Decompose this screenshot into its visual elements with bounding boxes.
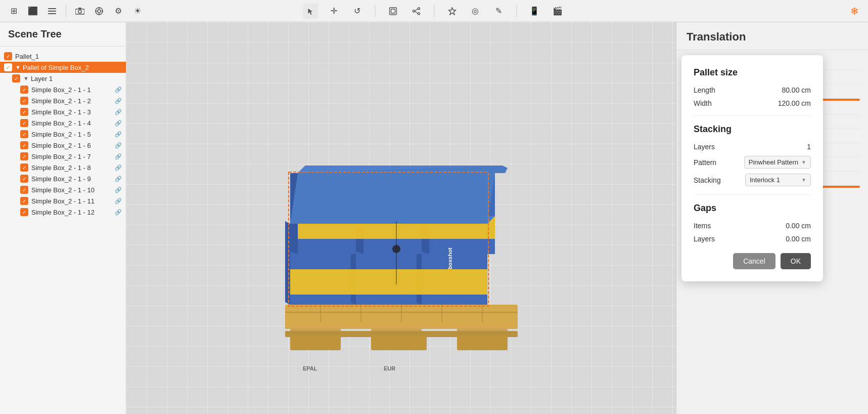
tree-item-pallet-box2[interactable]: ✓ ▼ Pallet of Simple Box_2 xyxy=(0,62,126,73)
svg-rect-12 xyxy=(389,8,396,15)
tree-content: ✓ Pallet_1 ✓ ▼ Pallet of Simple Box_2 ✓ … xyxy=(0,47,126,414)
checkbox-box6[interactable]: ✓ xyxy=(20,141,28,149)
svg-point-14 xyxy=(413,10,415,12)
link-icon-box2: 🔗 xyxy=(115,98,122,104)
menu-icon[interactable] xyxy=(44,4,60,19)
camera-icon[interactable] xyxy=(72,4,87,19)
checkbox-box5[interactable]: ✓ xyxy=(20,130,28,138)
ok-button[interactable]: OK xyxy=(781,253,811,269)
viewport[interactable]: EPAL EUR xyxy=(126,22,676,414)
box-group xyxy=(285,165,508,306)
length-label: Length xyxy=(694,86,715,94)
compass-tool[interactable]: ◎ xyxy=(468,4,483,19)
svg-text:boxshot: boxshot xyxy=(447,247,453,269)
physics-tool[interactable] xyxy=(444,4,460,19)
checkbox-box10[interactable]: ✓ xyxy=(20,186,28,194)
link-icon-box5: 🔗 xyxy=(115,131,122,138)
width-label: Width xyxy=(694,99,712,107)
checkbox-box7[interactable]: ✓ xyxy=(20,152,28,160)
width-row: Width 120.00 cm xyxy=(694,99,811,107)
corner-icon[interactable]: ❄ xyxy=(847,4,862,19)
pallet-box2-label: Pallet of Simple Box_2 xyxy=(23,64,122,71)
expand-arrow-pallet-box2: ▼ xyxy=(15,64,21,70)
grid-icon[interactable]: ⊞ xyxy=(6,4,21,19)
checkbox-box8[interactable]: ✓ xyxy=(20,163,28,172)
settings-icon[interactable]: ⚙ xyxy=(111,4,126,19)
tree-item-box8[interactable]: ✓ Simple Box_2 - 1 - 8 🔗 xyxy=(0,162,126,173)
box9-label: Simple Box_2 - 1 - 9 xyxy=(31,175,113,183)
tree-item-box2[interactable]: ✓ Simple Box_2 - 1 - 2 🔗 xyxy=(0,95,126,106)
brush-tool[interactable]: ✎ xyxy=(491,4,506,19)
toolbar-center: ✛ ↺ ◎ ✎ 📱 🎬 xyxy=(303,4,565,19)
tree-item-box7[interactable]: ✓ Simple Box_2 - 1 - 7 🔗 xyxy=(0,151,126,162)
layers-gap-label: Layers xyxy=(694,235,715,243)
checkbox-layer1[interactable]: ✓ xyxy=(12,74,20,82)
cancel-button[interactable]: Cancel xyxy=(733,253,775,269)
stacking-label: Stacking xyxy=(694,176,721,184)
target-icon[interactable] xyxy=(92,4,107,19)
svg-rect-34 xyxy=(290,335,341,350)
pattern-row: Pattern Pinwheel Pattern ▼ xyxy=(694,156,811,169)
tree-item-box6[interactable]: ✓ Simple Box_2 - 1 - 6 🔗 xyxy=(0,140,126,151)
toolbar-separator-4 xyxy=(516,5,517,17)
layers-row: Layers 1 xyxy=(694,143,811,151)
clapboard-tool[interactable]: 🎬 xyxy=(550,4,565,19)
toolbar-separator-2 xyxy=(375,5,375,17)
pattern-select[interactable]: Pinwheel Pattern ▼ xyxy=(744,156,811,169)
nodes-tool[interactable] xyxy=(408,4,424,19)
tree-item-box11[interactable]: ✓ Simple Box_2 - 1 - 11 🔗 xyxy=(0,195,126,206)
link-icon-box9: 🔗 xyxy=(115,176,122,182)
svg-line-18 xyxy=(415,11,418,14)
checkbox-box12[interactable]: ✓ xyxy=(20,208,28,216)
box11-label: Simple Box_2 - 1 - 11 xyxy=(31,197,113,205)
checkbox-pallet-box2[interactable]: ✓ xyxy=(4,63,12,71)
tree-item-box4[interactable]: ✓ Simple Box_2 - 1 - 4 🔗 xyxy=(0,117,126,129)
link-icon-box8: 🔗 xyxy=(115,164,122,171)
length-value: 80.00 cm xyxy=(782,86,811,94)
checkbox-box1[interactable]: ✓ xyxy=(20,86,28,94)
checkbox-box2[interactable]: ✓ xyxy=(20,97,28,105)
svg-rect-5 xyxy=(78,8,81,9)
svg-rect-0 xyxy=(48,8,56,9)
pallet-size-title: Pallet size xyxy=(694,67,811,78)
scene-tree-title: Scene Tree xyxy=(0,22,126,47)
checkbox-box3[interactable]: ✓ xyxy=(20,108,28,116)
svg-point-15 xyxy=(418,8,420,10)
checkbox-box11[interactable]: ✓ xyxy=(20,197,28,205)
render-tool[interactable] xyxy=(385,4,400,19)
svg-text:EPAL: EPAL xyxy=(303,365,317,371)
phone-tool[interactable]: 📱 xyxy=(527,4,542,19)
tree-item-box12[interactable]: ✓ Simple Box_2 - 1 - 12 🔗 xyxy=(0,206,126,218)
checkbox-box9[interactable]: ✓ xyxy=(20,175,28,183)
tree-item-box9[interactable]: ✓ Simple Box_2 - 1 - 9 🔗 xyxy=(0,173,126,184)
undo-tool[interactable]: ↺ xyxy=(349,4,364,19)
tree-item-pallet1[interactable]: ✓ Pallet_1 xyxy=(0,51,126,62)
link-icon-box4: 🔗 xyxy=(115,120,122,127)
checkbox-pallet1[interactable]: ✓ xyxy=(4,52,12,60)
link-icon-box7: 🔗 xyxy=(115,153,122,160)
length-row: Length 80.00 cm xyxy=(694,86,811,94)
layer1-label: Layer 1 xyxy=(31,75,122,82)
svg-point-7 xyxy=(98,10,101,13)
boxes-icon[interactable]: ⬛ xyxy=(25,4,40,19)
tree-item-box1[interactable]: ✓ Simple Box_2 - 1 - 1 🔗 xyxy=(0,84,126,95)
move-tool[interactable]: ✛ xyxy=(326,4,341,19)
svg-rect-2 xyxy=(48,13,56,14)
box10-label: Simple Box_2 - 1 - 10 xyxy=(31,186,113,194)
tree-item-box5[interactable]: ✓ Simple Box_2 - 1 - 5 🔗 xyxy=(0,129,126,140)
checkbox-box4[interactable]: ✓ xyxy=(20,119,28,127)
tree-item-box3[interactable]: ✓ Simple Box_2 - 1 - 3 🔗 xyxy=(0,106,126,117)
link-icon-box12: 🔗 xyxy=(115,209,122,216)
select-tool[interactable] xyxy=(303,4,318,19)
tree-item-box10[interactable]: ✓ Simple Box_2 - 1 - 10 🔗 xyxy=(0,184,126,195)
svg-point-4 xyxy=(78,10,81,13)
svg-rect-56 xyxy=(422,269,487,295)
box5-label: Simple Box_2 - 1 - 5 xyxy=(31,131,113,138)
tree-item-layer1[interactable]: ✓ ▼ Layer 1 xyxy=(0,73,126,84)
pattern-label: Pattern xyxy=(694,158,716,167)
items-gap-value: 0.00 cm xyxy=(786,222,811,230)
sun-icon[interactable]: ☀ xyxy=(130,4,145,19)
box2-label: Simple Box_2 - 1 - 2 xyxy=(31,97,113,105)
box12-label: Simple Box_2 - 1 - 12 xyxy=(31,209,113,216)
stacking-select[interactable]: Interlock 1 ▼ xyxy=(745,174,811,186)
